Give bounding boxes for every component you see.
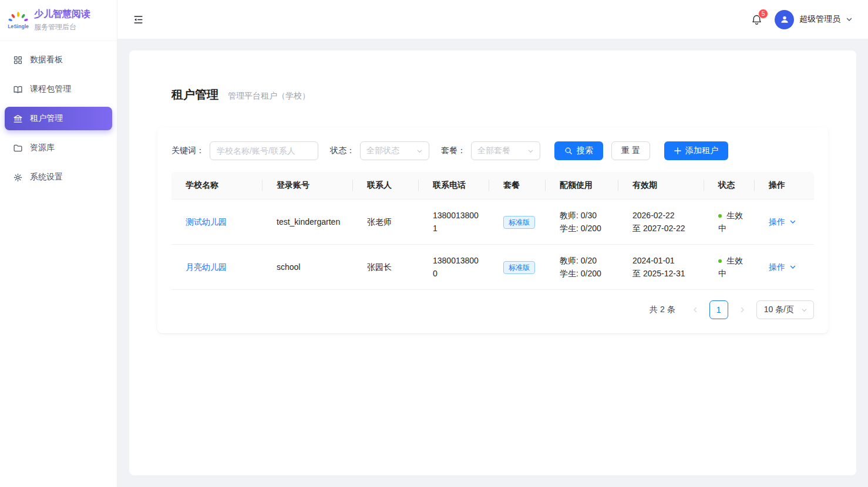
plus-icon bbox=[674, 147, 681, 154]
status-label: 状态： bbox=[330, 146, 355, 156]
sidebar-item-tenants[interactable]: 租户管理 bbox=[5, 107, 112, 130]
quota-student: 学生: 0/200 bbox=[560, 267, 609, 280]
validity-cell: 2026-02-22 至 2027-02-22 bbox=[618, 199, 704, 245]
row-action-dropdown[interactable]: 操作 bbox=[769, 261, 796, 273]
account-cell: school bbox=[263, 245, 353, 290]
gear-icon bbox=[13, 173, 23, 182]
filter-bar: 关键词： 状态： 全部状态 套餐： 全部套餐 bbox=[171, 141, 814, 160]
school-name-link[interactable]: 月亮幼儿园 bbox=[186, 262, 227, 272]
add-tenant-button-label: 添加租户 bbox=[685, 146, 718, 156]
chevron-down-icon bbox=[527, 148, 534, 154]
sidebar-item-label: 数据看板 bbox=[30, 55, 63, 65]
page-size-select[interactable]: 10 条/页 bbox=[756, 300, 814, 319]
sidebar-item-label: 资源库 bbox=[30, 143, 55, 153]
book-icon bbox=[13, 84, 23, 94]
brand-logo-icon: LeSingle bbox=[6, 8, 31, 33]
folder-icon bbox=[13, 143, 23, 153]
reset-button-label: 重 置 bbox=[621, 146, 640, 156]
notification-badge: 5 bbox=[758, 9, 768, 19]
table-row: 月亮幼儿园 school 张园长 13800138000 标准版 教师: 0/2… bbox=[171, 245, 814, 290]
pagination-next-button[interactable] bbox=[733, 300, 752, 319]
quota-student: 学生: 0/200 bbox=[560, 222, 609, 235]
tenant-table: 学校名称 登录账号 联系人 联系电话 套餐 配额使用 有效期 状态 操作 bbox=[171, 172, 814, 290]
col-header-status: 状态 bbox=[704, 172, 755, 199]
chevron-left-icon bbox=[692, 306, 699, 313]
col-header-validity: 有效期 bbox=[618, 172, 704, 199]
chevron-down-icon bbox=[789, 218, 796, 225]
sidebar-item-settings[interactable]: 系统设置 bbox=[5, 165, 112, 189]
valid-to: 至 2025-12-31 bbox=[633, 267, 695, 280]
chevron-down-icon bbox=[416, 148, 423, 154]
sidebar-item-dashboard[interactable]: 数据看板 bbox=[5, 48, 112, 72]
tenant-management-card: 租户管理 管理平台租户（学校） 关键词： 状态： 全部状态 bbox=[129, 50, 856, 475]
chevron-right-icon bbox=[739, 306, 746, 313]
sidebar-collapse-button[interactable] bbox=[133, 14, 144, 25]
sidebar: LeSingle 少儿智慧阅读 服务管理后台 数据看板 课程包管理 租户管理 资… bbox=[0, 0, 117, 487]
app-title: 少儿智慧阅读 bbox=[34, 8, 90, 21]
status-cell: 生效中 bbox=[704, 199, 755, 245]
user-menu[interactable]: 超级管理员 bbox=[775, 10, 853, 29]
valid-to: 至 2027-02-22 bbox=[633, 222, 695, 235]
dashboard-icon bbox=[13, 55, 23, 65]
avatar bbox=[775, 10, 794, 29]
content-area: 租户管理 管理平台租户（学校） 关键词： 状态： 全部状态 bbox=[117, 39, 868, 487]
col-header-actions: 操作 bbox=[755, 172, 814, 199]
col-header-phone: 联系电话 bbox=[419, 172, 489, 199]
user-name: 超级管理员 bbox=[799, 14, 840, 25]
page-subtitle: 管理平台租户（学校） bbox=[228, 91, 310, 102]
app-subtitle: 服务管理后台 bbox=[34, 22, 90, 32]
page-title: 租户管理 bbox=[171, 87, 218, 103]
pagination-total: 共 2 条 bbox=[650, 305, 675, 315]
quota-teacher: 教师: 0/30 bbox=[560, 209, 609, 222]
plan-select[interactable]: 全部套餐 bbox=[471, 141, 540, 160]
keyword-label: 关键词： bbox=[171, 146, 204, 156]
pagination-page-1[interactable]: 1 bbox=[709, 300, 728, 319]
search-button[interactable]: 搜索 bbox=[554, 141, 603, 160]
reset-button[interactable]: 重 置 bbox=[611, 141, 650, 160]
row-action-label: 操作 bbox=[769, 261, 785, 273]
table-header-row: 学校名称 登录账号 联系人 联系电话 套餐 配额使用 有效期 状态 操作 bbox=[171, 172, 814, 199]
validity-cell: 2024-01-01 至 2025-12-31 bbox=[618, 245, 704, 290]
plan-tag: 标准版 bbox=[503, 261, 535, 274]
school-name-link[interactable]: 测试幼儿园 bbox=[186, 217, 227, 226]
chevron-down-icon bbox=[801, 307, 808, 313]
keyword-input[interactable] bbox=[210, 141, 318, 160]
search-icon bbox=[564, 147, 573, 155]
user-icon bbox=[779, 14, 790, 25]
row-action-dropdown[interactable]: 操作 bbox=[769, 215, 796, 228]
notifications-button[interactable]: 5 bbox=[751, 13, 763, 26]
menu-fold-icon bbox=[133, 14, 144, 25]
col-header-school: 学校名称 bbox=[171, 172, 263, 199]
quota-cell: 教师: 0/20 学生: 0/200 bbox=[546, 245, 618, 290]
sidebar-item-label: 课程包管理 bbox=[30, 84, 71, 94]
page-size-value: 10 条/页 bbox=[764, 305, 794, 315]
brand-name: LeSingle bbox=[8, 23, 29, 29]
contact-cell: 张园长 bbox=[353, 245, 419, 290]
col-header-contact: 联系人 bbox=[353, 172, 419, 199]
quota-cell: 教师: 0/30 学生: 0/200 bbox=[546, 199, 618, 245]
pagination-prev-button[interactable] bbox=[686, 300, 705, 319]
status-select[interactable]: 全部状态 bbox=[360, 141, 429, 160]
logo: LeSingle 少儿智慧阅读 服务管理后台 bbox=[0, 0, 117, 41]
keyword-filter: 关键词： bbox=[171, 141, 318, 160]
row-action-label: 操作 bbox=[769, 215, 785, 228]
status-cell: 生效中 bbox=[704, 245, 755, 290]
quota-teacher: 教师: 0/20 bbox=[560, 254, 609, 267]
sidebar-menu: 数据看板 课程包管理 租户管理 资源库 系统设置 bbox=[0, 41, 117, 202]
plan-select-value: 全部套餐 bbox=[477, 146, 510, 156]
col-header-account: 登录账号 bbox=[263, 172, 353, 199]
sidebar-item-resources[interactable]: 资源库 bbox=[5, 136, 112, 160]
add-tenant-button[interactable]: 添加租户 bbox=[664, 141, 728, 160]
bank-icon bbox=[13, 114, 23, 124]
col-header-plan: 套餐 bbox=[489, 172, 546, 199]
sidebar-item-course-packages[interactable]: 课程包管理 bbox=[5, 77, 112, 101]
phone-cell: 13800138001 bbox=[419, 199, 489, 245]
pagination: 共 2 条 1 10 条/页 bbox=[171, 300, 814, 319]
status-dot bbox=[718, 214, 722, 218]
plan-tag: 标准版 bbox=[503, 216, 535, 229]
account-cell: test_kindergarten bbox=[263, 199, 353, 245]
tenant-table-panel: 关键词： 状态： 全部状态 套餐： 全部套餐 bbox=[157, 127, 828, 333]
plan-label: 套餐： bbox=[441, 146, 466, 156]
contact-cell: 张老师 bbox=[353, 199, 419, 245]
main-area: 5 超级管理员 租户管理 管理平台租户（学校） bbox=[117, 0, 868, 487]
